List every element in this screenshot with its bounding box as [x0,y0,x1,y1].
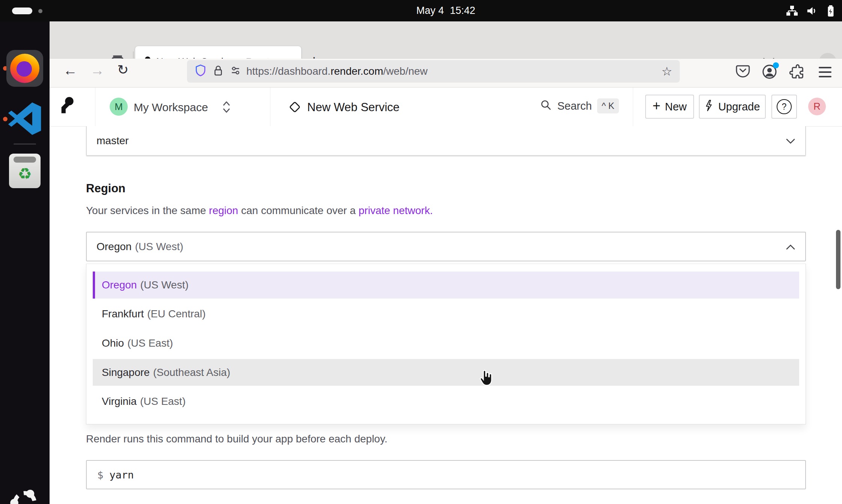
activities-indicator[interactable] [12,8,32,14]
hamburger-menu-icon[interactable] [819,67,831,77]
dock-divider [14,143,36,145]
recycle-icon: ♻ [18,164,32,183]
command-prompt: $ [97,469,103,481]
back-button[interactable]: ← [63,63,77,77]
volume-icon[interactable] [806,5,817,17]
branch-select[interactable]: master [86,126,806,156]
option-name: Ohio [102,337,124,349]
network-icon[interactable] [786,5,798,17]
region-select[interactable]: Oregon (US West) [86,232,806,261]
search-shortcut-badge: ^ K [597,98,619,113]
chevron-down-icon [786,135,795,147]
option-name: Virginia [102,395,137,407]
shield-icon[interactable] [195,64,207,78]
render-logo[interactable] [59,96,74,115]
firefox-icon [10,54,39,83]
region-select-value-detail: (US West) [135,241,183,253]
workspace-chevron-updown-icon[interactable] [222,99,231,116]
region-option-virginia[interactable]: Virginia (US East) [93,388,799,415]
bookmark-star-icon[interactable]: ☆ [661,64,672,78]
workspace-dot [38,9,42,13]
region-option-frankfurt[interactable]: Frankfurt (EU Central) [93,301,799,328]
option-detail: (EU Central) [147,308,206,320]
new-button[interactable]: + New [645,95,694,119]
option-detail: (US East) [140,395,186,407]
system-top-bar: May 4 15:42 [0,0,842,21]
permissions-icon[interactable] [230,66,241,77]
clock-date: May 4 [416,5,444,17]
region-dropdown-panel: Oregon (US West) Frankfurt (EU Central) … [86,264,806,424]
pocket-icon[interactable] [735,64,750,80]
clock[interactable]: May 4 15:42 [50,0,842,21]
page-scrollbar-thumb[interactable] [836,230,840,289]
plus-icon: + [652,98,660,114]
trash-lid [14,157,36,163]
dock: ♻ [0,21,50,504]
private-network-link[interactable]: private network. [359,205,433,216]
region-heading: Region [86,182,125,195]
account-notification-dot [773,62,779,68]
header-divider-1 [95,88,95,126]
search-icon [540,99,552,113]
upgrade-button[interactable]: Upgrade [699,95,766,119]
ubuntu-logo-icon [8,486,42,504]
vscode-icon [7,101,42,136]
url-bar[interactable]: https://dashboard.render.com/web/new ☆ [187,60,680,83]
system-tray[interactable] [786,0,836,21]
region-description: Your services in the same region can com… [86,205,433,217]
upgrade-button-label: Upgrade [718,101,760,113]
option-detail: (Southeast Asia) [153,367,230,379]
option-name: Singapore [102,367,150,379]
option-detail: (US East) [127,337,173,349]
extensions-puzzle-icon[interactable] [789,64,805,81]
new-button-label: New [665,101,687,113]
url-text: https://dashboard.render.com/web/new [246,65,428,77]
build-command-description: Render runs this command to build your a… [86,433,388,445]
header-divider-2 [270,88,270,126]
region-select-value: Oregon [97,241,131,253]
tab-strip: New Web Service • Rend × + – × [50,21,842,59]
reload-button[interactable]: ↻ [117,63,128,77]
branch-value: master [97,135,129,147]
workspace-switcher[interactable]: My Workspace [134,101,208,114]
clock-time: 15:42 [450,5,475,17]
option-detail: (US West) [140,279,189,291]
dock-item-trash[interactable]: ♻ [9,154,41,188]
region-option-oregon[interactable]: Oregon (US West) [93,272,799,299]
workspace-avatar: M [110,98,128,116]
command-value: yarn [109,469,134,481]
chevron-up-icon [786,241,795,253]
battery-icon[interactable] [825,5,836,17]
desktop: May 4 15:42 ♻ [0,0,842,504]
region-option-singapore[interactable]: Singapore (Southeast Asia) [93,359,799,386]
dock-item-vscode[interactable] [6,100,43,137]
forward-button[interactable]: → [90,63,104,77]
dock-item-show-apps[interactable] [8,486,42,504]
build-command-input[interactable]: $ yarn [86,460,806,489]
search-button[interactable]: Search ^ K [540,98,619,113]
option-name: Oregon [102,279,137,291]
option-name: Frankfurt [102,308,144,320]
search-label: Search [557,100,592,112]
region-option-ohio[interactable]: Ohio (US East) [93,330,799,357]
lock-icon[interactable] [213,65,224,78]
region-link[interactable]: region [209,205,238,216]
service-diamond-icon [288,100,302,116]
dock-item-firefox[interactable] [6,50,43,87]
lightning-icon [705,100,714,114]
page-title: New Web Service [307,101,400,114]
help-button[interactable]: ? [771,95,797,119]
question-icon: ? [777,99,792,114]
user-avatar[interactable]: R [808,98,826,115]
header-divider-3 [633,88,633,126]
